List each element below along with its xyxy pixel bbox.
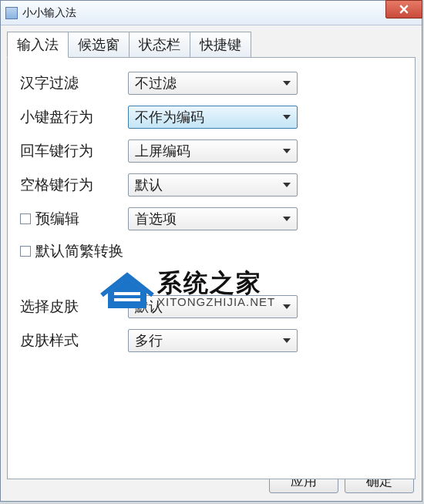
tab-shortcuts[interactable]: 快捷键 — [190, 32, 251, 58]
label-preedit: 预编辑 — [20, 209, 128, 229]
row-skin-select: 选择皮肤 默认 — [20, 295, 402, 318]
select-value: 多行 — [135, 331, 163, 350]
tab-panel: 汉字过滤 不过滤 小键盘行为 不作为编码 回车键行为 上屏编码 空格键行为 默认 — [7, 57, 416, 479]
chevron-down-icon — [283, 338, 291, 343]
label-numpad-behavior: 小键盘行为 — [20, 107, 128, 127]
row-hanzi-filter: 汉字过滤 不过滤 — [20, 72, 402, 95]
settings-window: 小小输入法 输入法 候选窗 状态栏 快捷键 汉字过滤 不过滤 小键盘行为 不作为… — [0, 0, 422, 502]
row-skin-style: 皮肤样式 多行 — [20, 329, 402, 352]
close-icon — [399, 5, 409, 14]
select-hanzi-filter[interactable]: 不过滤 — [128, 72, 298, 95]
row-enter-behavior: 回车键行为 上屏编码 — [20, 139, 402, 163]
app-icon — [5, 7, 18, 19]
label-hanzi-filter: 汉字过滤 — [20, 73, 128, 93]
label-simp-trad: 默认简繁转换 — [20, 241, 123, 261]
spacer — [20, 272, 402, 295]
select-value: 上屏编码 — [135, 142, 190, 160]
chevron-down-icon — [283, 217, 291, 221]
chevron-down-icon — [283, 304, 291, 309]
chevron-down-icon — [283, 149, 291, 153]
close-button[interactable] — [385, 0, 422, 18]
select-value: 首选项 — [135, 210, 177, 228]
label-space-behavior: 空格键行为 — [20, 175, 128, 195]
label-simp-trad-text: 默认简繁转换 — [35, 241, 123, 261]
checkbox-simp-trad[interactable] — [20, 246, 31, 257]
tab-input-method[interactable]: 输入法 — [7, 32, 69, 58]
tab-status-bar[interactable]: 状态栏 — [129, 32, 190, 58]
label-enter-behavior: 回车键行为 — [20, 141, 128, 161]
select-value: 不作为编码 — [135, 108, 204, 126]
select-numpad-behavior[interactable]: 不作为编码 — [128, 106, 298, 129]
select-value: 默认 — [135, 297, 163, 316]
label-skin-select: 选择皮肤 — [20, 297, 128, 317]
select-enter-behavior[interactable]: 上屏编码 — [128, 139, 298, 163]
titlebar: 小小输入法 — [1, 1, 422, 25]
row-numpad-behavior: 小键盘行为 不作为编码 — [20, 106, 402, 129]
chevron-down-icon — [283, 115, 291, 119]
row-space-behavior: 空格键行为 默认 — [20, 173, 402, 197]
label-skin-style: 皮肤样式 — [20, 331, 128, 351]
label-preedit-text: 预编辑 — [35, 209, 79, 229]
window-title: 小小输入法 — [22, 6, 76, 20]
chevron-down-icon — [283, 183, 291, 187]
select-skin[interactable]: 默认 — [128, 295, 298, 318]
row-preedit: 预编辑 首选项 — [20, 207, 402, 230]
tab-candidate-window[interactable]: 候选窗 — [68, 32, 130, 58]
select-value: 不过滤 — [135, 74, 177, 92]
chevron-down-icon — [283, 81, 291, 86]
select-preedit[interactable]: 首选项 — [128, 207, 298, 230]
checkbox-preedit[interactable] — [20, 213, 31, 224]
select-value: 默认 — [135, 176, 163, 194]
tab-bar: 输入法 候选窗 状态栏 快捷键 — [1, 25, 422, 58]
select-space-behavior[interactable]: 默认 — [128, 173, 298, 197]
row-simp-trad: 默认简繁转换 — [20, 241, 402, 261]
select-skin-style[interactable]: 多行 — [128, 329, 298, 352]
